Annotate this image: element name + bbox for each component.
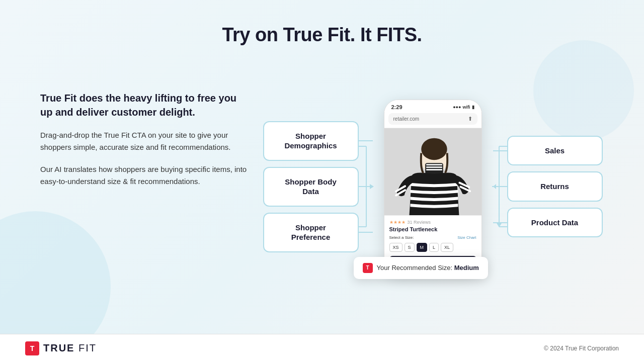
output-boxes: Sales Returns Product Data	[507, 136, 603, 238]
svg-marker-5	[370, 184, 374, 189]
diagram-area: Shopper Demographics Shopper Body Data S…	[252, 76, 614, 297]
recommendation-text: Your Recommended Size: Medium	[377, 264, 479, 272]
size-label: Select a Size:	[389, 235, 414, 240]
size-selector-row: Select a Size: Size Chart	[389, 235, 476, 240]
product-rating: ★★★★ 31 Reviews	[389, 220, 476, 225]
truefit-badge-icon: T	[363, 263, 373, 273]
phone-mockup-container: 2:29 ●●● wifi ▮ retailer.com ⬆	[384, 100, 482, 274]
svg-rect-11	[426, 166, 442, 168]
body-paragraph-1: Drag-and-drop the True Fit CTA on your s…	[40, 129, 252, 153]
share-icon: ⬆	[468, 116, 472, 122]
returns-box: Returns	[507, 171, 603, 202]
wifi-icon: wifi	[463, 105, 470, 110]
size-chart-link[interactable]: Size Chart	[457, 235, 476, 240]
diagram-wrapper: Shopper Demographics Shopper Body Data S…	[263, 100, 603, 274]
body-paragraph-2: Our AI translates how shoppers are buyin…	[40, 163, 252, 188]
size-s[interactable]: S	[405, 243, 415, 252]
signal-icon: ●●●	[453, 105, 461, 110]
sales-box: Sales	[507, 136, 603, 166]
svg-rect-12	[426, 169, 442, 170]
shopper-preference-box: Shopper Preference	[263, 213, 359, 252]
recommended-size: Medium	[454, 264, 479, 272]
sweater-illustration	[384, 128, 481, 216]
stars: ★★★★	[389, 220, 406, 225]
phone-url-bar: retailer.com ⬆	[388, 113, 477, 125]
copyright: © 2024 True Fit Corporation	[544, 345, 619, 352]
phone-time: 2:29	[391, 104, 403, 110]
logo-icon: T	[25, 341, 39, 355]
shopper-demographics-box: Shopper Demographics	[263, 121, 359, 161]
phone-mockup: 2:29 ●●● wifi ▮ retailer.com ⬆	[384, 100, 482, 274]
size-xl[interactable]: XL	[441, 243, 453, 252]
product-image	[384, 128, 481, 216]
logo-text: TRUE FIT	[43, 342, 97, 354]
size-xs[interactable]: XS	[389, 243, 403, 252]
recommendation-badge: T Your Recommended Size: Medium	[354, 257, 488, 279]
size-l[interactable]: L	[429, 243, 439, 252]
left-section: True Fit does the heavy lifting to free …	[40, 76, 252, 198]
page-title: Try on True Fit. It FITS.	[0, 0, 644, 46]
svg-rect-13	[426, 171, 442, 173]
size-m[interactable]: M	[417, 243, 428, 252]
svg-point-18	[421, 138, 447, 160]
shopper-body-data-box: Shopper Body Data	[263, 167, 359, 207]
footer: T TRUE FIT © 2024 True Fit Corporation	[0, 334, 644, 362]
main-content: True Fit does the heavy lifting to free …	[0, 56, 644, 297]
svg-rect-10	[426, 164, 442, 165]
logo-true: TRUE	[43, 342, 74, 353]
phone-status-bar: 2:29 ●●● wifi ▮	[384, 100, 481, 112]
logo-fit: FIT	[74, 342, 97, 353]
review-count: 31 Reviews	[408, 220, 431, 225]
phone-status-icons: ●●● wifi ▮	[453, 105, 474, 110]
connector-svg-left	[359, 129, 374, 244]
headline: True Fit does the heavy lifting to free …	[40, 91, 252, 119]
shopper-boxes: Shopper Demographics Shopper Body Data S…	[263, 121, 359, 252]
product-name: Striped Turtleneck	[389, 226, 476, 232]
size-buttons: XS S M L XL	[389, 243, 476, 252]
phone-url: retailer.com	[393, 116, 420, 122]
logo-area: T TRUE FIT	[25, 341, 97, 355]
battery-icon: ▮	[472, 105, 474, 110]
product-data-box: Product Data	[507, 208, 603, 238]
